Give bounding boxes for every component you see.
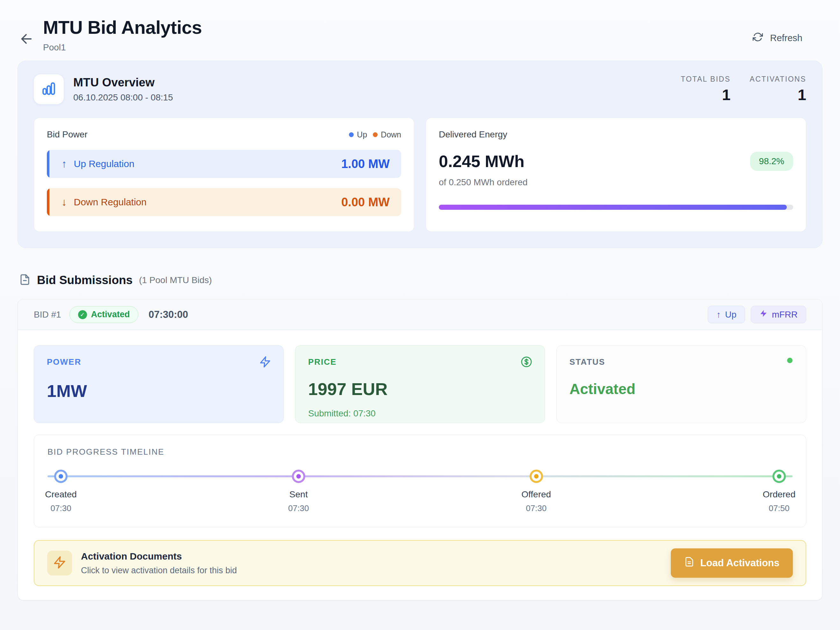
delivered-percentage-badge: 98.2% [750,152,793,171]
page-title: MTU Bid Analytics [43,17,202,38]
status-card: STATUS Activated [556,345,806,423]
lightning-icon [259,356,271,369]
down-regulation-value: 0.00 MW [341,195,390,209]
back-button[interactable] [18,31,34,47]
bid-submissions-header: Bid Submissions (1 Pool MTU Bids) [19,274,823,287]
delivered-progress-track [439,205,793,210]
timeline-dot [296,474,301,478]
delivered-ordered-note: of 0.250 MWh ordered [439,177,793,187]
overview-titles: MTU Overview 06.10.2025 08:00 - 08:15 [73,76,173,103]
timeline-dot [58,474,63,478]
activation-subtitle: Click to view activation details for thi… [81,566,237,576]
activated-status-pill: ✓ Activated [69,306,139,323]
power-value: 1MW [47,381,270,401]
timeline-node-ordered [772,470,786,483]
mtu-overview-card: MTU Overview 06.10.2025 08:00 - 08:15 TO… [17,60,823,248]
timeline-step-ordered: Ordered 07:50 [763,489,796,513]
overview-head: MTU Overview 06.10.2025 08:00 - 08:15 TO… [34,74,806,104]
timeline-node-offered [530,470,543,483]
timeline-node-created [54,470,68,483]
arrow-up-icon: ↑ [716,310,721,320]
timeline-node-sent [292,470,305,483]
refresh-icon [753,32,763,44]
status-label: STATUS [570,357,793,367]
bid-card: BID #1 ✓ Activated 07:30:00 ↑ Up mFRR [17,299,823,600]
app-header: MTU Bid Analytics Pool1 Refresh [0,0,840,60]
up-regulation-accent-bar [47,150,49,178]
lightning-icon [53,556,66,570]
price-submitted-note: Submitted: 07:30 [308,408,532,419]
timeline-step-created: Created 07:30 [45,489,77,513]
activation-texts: Activation Documents Click to view activ… [81,551,237,576]
bid-id-label: BID #1 [34,310,61,320]
legend-down-dot [373,132,377,137]
activation-icon-box [47,551,72,576]
delivered-energy-title: Delivered Energy [439,130,793,140]
load-activations-label: Load Activations [700,557,780,569]
load-activations-button[interactable]: Load Activations [671,548,793,578]
activations-value: 1 [750,86,806,104]
total-bids-value: 1 [681,86,730,104]
arrow-down-icon: ↓ [62,196,67,208]
arrow-up-icon: ↑ [62,158,67,170]
legend-up-label: Up [357,130,367,139]
bid-stat-cards: POWER 1MW PRICE 1997 EUR Submitted: 07:3… [34,345,806,423]
bid-power-legend: Up Down [349,130,401,139]
bid-time: 07:30:00 [148,309,188,320]
timeline-dot [534,474,538,478]
step-name: Offered [521,489,551,500]
step-name: Sent [288,489,309,500]
step-time: 07:30 [45,503,77,513]
up-regulation-value: 1.00 MW [341,157,390,171]
step-time: 07:50 [763,503,796,513]
direction-up-chip: ↑ Up [708,306,745,323]
title-block: MTU Bid Analytics Pool1 [43,17,202,52]
timeline-step-sent: Sent 07:30 [288,489,309,513]
activated-pill-label: Activated [91,310,130,320]
bid-progress-timeline-card: BID PROGRESS TIMELINE Created 07:30 Sent… [34,435,806,527]
bid-submissions-title: Bid Submissions [37,274,133,287]
total-bids-label: TOTAL BIDS [681,75,730,84]
page-subtitle: Pool1 [43,43,202,52]
mtu-bid-analytics-page: MTU Bid Analytics Pool1 Refresh MTU Over… [0,0,840,630]
bid-card-header[interactable]: BID #1 ✓ Activated 07:30:00 ↑ Up mFRR [18,299,822,330]
bar-chart-icon [41,81,57,98]
activations-label: ACTIVATIONS [750,75,806,84]
arrow-left-icon [19,43,33,47]
timeline-label: BID PROGRESS TIMELINE [47,447,793,457]
delivered-energy-panel: Delivered Energy 0.245 MWh 98.2% of 0.25… [426,118,806,232]
price-card: PRICE 1997 EUR Submitted: 07:30 [295,345,545,423]
price-value: 1997 EUR [308,379,532,399]
bid-submissions-note: (1 Pool MTU Bids) [139,275,212,285]
legend-down-label: Down [381,130,401,139]
step-time: 07:30 [288,503,309,513]
direction-chip-label: Up [725,310,736,320]
bid-card-body: POWER 1MW PRICE 1997 EUR Submitted: 07:3… [18,330,822,600]
bid-head-badges: ↑ Up mFRR [708,306,806,323]
down-regulation-row: ↓ Down Regulation 0.00 MW [47,188,401,216]
timeline-track: Created 07:30 Sent 07:30 Offered 07:30 O… [47,470,793,518]
down-regulation-accent-bar [47,188,49,216]
legend-up-dot [349,132,354,137]
dollar-circle-icon [520,356,532,369]
refresh-label: Refresh [770,33,802,43]
overview-panels: Bid Power Up Down ↑ Up Regulation 1.00 M… [34,118,806,232]
bid-power-panel: Bid Power Up Down ↑ Up Regulation 1.00 M… [34,118,414,232]
down-regulation-label: Down Regulation [74,197,147,207]
overview-title: MTU Overview [73,76,173,89]
document-icon [684,557,695,570]
delivered-value-row: 0.245 MWh 98.2% [439,152,793,171]
step-time: 07:30 [521,503,551,513]
activation-documents-bar[interactable]: Activation Documents Click to view activ… [34,540,806,586]
check-circle-icon: ✓ [78,310,87,319]
status-value: Activated [570,380,793,397]
timeline-step-offered: Offered 07:30 [521,489,551,513]
step-name: Created [45,489,77,500]
overview-stats: TOTAL BIDS 1 ACTIVATIONS 1 [681,75,806,104]
total-bids-stat: TOTAL BIDS 1 [681,75,730,104]
delivered-energy-value: 0.245 MWh [439,152,524,171]
lightning-icon [759,309,768,320]
up-regulation-row: ↑ Up Regulation 1.00 MW [47,150,401,178]
refresh-button[interactable]: Refresh [753,32,802,44]
overview-period: 06.10.2025 08:00 - 08:15 [73,92,173,103]
